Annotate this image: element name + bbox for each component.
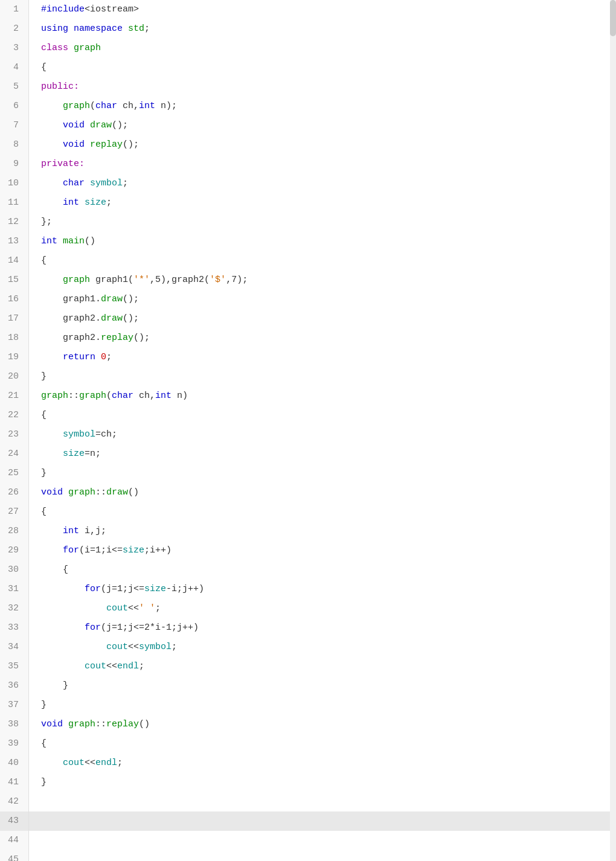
line-number: 18 bbox=[0, 328, 29, 348]
code-editor: 1 #include<iostream> 2 using namespace s… bbox=[0, 0, 616, 861]
table-row: 14 { bbox=[0, 251, 616, 270]
table-row: 12 }; bbox=[0, 213, 616, 232]
line-number: 27 bbox=[0, 502, 29, 522]
table-row: 37 } bbox=[0, 696, 616, 715]
scrollbar-thumb[interactable] bbox=[610, 0, 616, 36]
line-content: { bbox=[29, 502, 616, 522]
table-row: 5 public: bbox=[0, 77, 616, 97]
table-row: 36 } bbox=[0, 676, 616, 696]
table-row: 16 graph1.draw(); bbox=[0, 290, 616, 309]
line-number: 45 bbox=[0, 850, 29, 861]
line-content: graph(char ch,int n); bbox=[29, 97, 616, 116]
table-row: 31 for(j=1;j<=size-i;j++) bbox=[0, 580, 616, 599]
line-content: }; bbox=[29, 213, 616, 232]
table-row: 25 } bbox=[0, 464, 616, 483]
line-number: 38 bbox=[0, 715, 29, 734]
table-row: 32 cout<<' '; bbox=[0, 599, 616, 618]
table-row: 35 cout<<endl; bbox=[0, 657, 616, 676]
table-row: 18 graph2.replay(); bbox=[0, 328, 616, 348]
line-number: 3 bbox=[0, 39, 29, 58]
line-content: int main() bbox=[29, 232, 616, 251]
line-content: void draw(); bbox=[29, 116, 616, 135]
table-row: 38 void graph::replay() bbox=[0, 715, 616, 734]
table-row: 17 graph2.draw(); bbox=[0, 309, 616, 328]
line-content: cout<<symbol; bbox=[29, 638, 616, 657]
line-number: 10 bbox=[0, 174, 29, 193]
line-content: } bbox=[29, 696, 616, 715]
line-content: for(j=1;j<=size-i;j++) bbox=[29, 580, 616, 599]
table-row: 7 void draw(); bbox=[0, 116, 616, 135]
line-content bbox=[29, 792, 616, 811]
line-number: 22 bbox=[0, 406, 29, 425]
table-row: 20 } bbox=[0, 367, 616, 386]
line-content: #include<iostream> bbox=[29, 0, 616, 19]
line-content: { bbox=[29, 58, 616, 77]
table-row: 42 bbox=[0, 792, 616, 811]
line-number: 20 bbox=[0, 367, 29, 386]
line-content: return 0; bbox=[29, 348, 616, 367]
line-number: 8 bbox=[0, 135, 29, 155]
line-content: using namespace std; bbox=[29, 19, 616, 39]
line-content: } bbox=[29, 773, 616, 792]
line-content: size=n; bbox=[29, 444, 616, 464]
line-number: 24 bbox=[0, 444, 29, 464]
line-number: 23 bbox=[0, 425, 29, 444]
line-content: { bbox=[29, 560, 616, 580]
line-number: 5 bbox=[0, 77, 29, 97]
line-content: int i,j; bbox=[29, 522, 616, 541]
table-row: 23 symbol=ch; bbox=[0, 425, 616, 444]
line-number: 25 bbox=[0, 464, 29, 483]
line-content: } bbox=[29, 676, 616, 696]
line-number: 36 bbox=[0, 676, 29, 696]
table-row: 10 char symbol; bbox=[0, 174, 616, 193]
table-row: 43 bbox=[0, 811, 616, 831]
table-row: 4 { bbox=[0, 58, 616, 77]
code-area[interactable]: 1 #include<iostream> 2 using namespace s… bbox=[0, 0, 616, 861]
line-content bbox=[29, 850, 616, 861]
line-content: graph::graph(char ch,int n) bbox=[29, 386, 616, 406]
line-number: 31 bbox=[0, 580, 29, 599]
table-row: 3 class graph bbox=[0, 39, 616, 58]
line-content bbox=[29, 831, 616, 850]
table-row: 6 graph(char ch,int n); bbox=[0, 97, 616, 116]
table-row: 34 cout<<symbol; bbox=[0, 638, 616, 657]
line-number: 32 bbox=[0, 599, 29, 618]
line-content: void graph::draw() bbox=[29, 483, 616, 502]
table-row: 11 int size; bbox=[0, 193, 616, 213]
line-content: cout<<endl; bbox=[29, 754, 616, 773]
line-number: 9 bbox=[0, 155, 29, 174]
line-content: for(j=1;j<=2*i-1;j++) bbox=[29, 618, 616, 638]
line-number: 6 bbox=[0, 97, 29, 116]
table-row: 13 int main() bbox=[0, 232, 616, 251]
table-row: 9 private: bbox=[0, 155, 616, 174]
table-row: 1 #include<iostream> bbox=[0, 0, 616, 19]
table-row: 40 cout<<endl; bbox=[0, 754, 616, 773]
line-content: } bbox=[29, 367, 616, 386]
table-row: 27 { bbox=[0, 502, 616, 522]
line-number: 13 bbox=[0, 232, 29, 251]
line-content: void graph::replay() bbox=[29, 715, 616, 734]
line-content: void replay(); bbox=[29, 135, 616, 155]
table-row: 33 for(j=1;j<=2*i-1;j++) bbox=[0, 618, 616, 638]
table-row: 45 bbox=[0, 850, 616, 861]
line-number: 34 bbox=[0, 638, 29, 657]
table-row: 26 void graph::draw() bbox=[0, 483, 616, 502]
line-content: class graph bbox=[29, 39, 616, 58]
table-row: 2 using namespace std; bbox=[0, 19, 616, 39]
table-row: 8 void replay(); bbox=[0, 135, 616, 155]
line-number: 39 bbox=[0, 734, 29, 754]
line-content: { bbox=[29, 251, 616, 270]
line-number: 17 bbox=[0, 309, 29, 328]
scrollbar-track[interactable] bbox=[610, 0, 616, 861]
line-number: 43 bbox=[0, 811, 29, 831]
line-number: 14 bbox=[0, 251, 29, 270]
line-number: 30 bbox=[0, 560, 29, 580]
line-number: 7 bbox=[0, 116, 29, 135]
line-content: graph1.draw(); bbox=[29, 290, 616, 309]
line-content: { bbox=[29, 734, 616, 754]
table-row: 28 int i,j; bbox=[0, 522, 616, 541]
line-number: 28 bbox=[0, 522, 29, 541]
line-number: 11 bbox=[0, 193, 29, 213]
line-number: 44 bbox=[0, 831, 29, 850]
table-row: 19 return 0; bbox=[0, 348, 616, 367]
